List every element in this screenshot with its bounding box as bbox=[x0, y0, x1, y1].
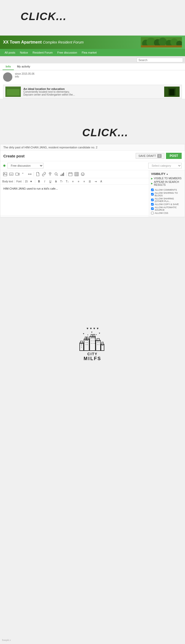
watermark: freepik.v bbox=[2, 639, 11, 641]
banner-desc: Conveniently located next to elementary,… bbox=[23, 90, 75, 96]
nav-free-discussion[interactable]: Free discussion bbox=[55, 50, 79, 55]
format-align-center[interactable]: ≡ bbox=[76, 179, 81, 184]
vis-arrow-2: ▶ bbox=[151, 182, 153, 185]
toolbar-image[interactable] bbox=[2, 171, 8, 177]
toolbar-link[interactable] bbox=[41, 171, 47, 177]
format-superscript[interactable]: T↑ bbox=[59, 179, 64, 184]
post-editor[interactable]: HIM-CHAN JANG used to run a kid's cafe..… bbox=[0, 185, 149, 216]
nav-resident-forum[interactable]: Resident Forum bbox=[31, 50, 55, 55]
svg-point-4 bbox=[159, 38, 167, 46]
heart-3: ♥ bbox=[93, 327, 95, 330]
font-size-display: 15 bbox=[25, 180, 28, 183]
tab-info[interactable]: Info bbox=[3, 63, 14, 70]
checkbox-blogs-input[interactable] bbox=[151, 193, 154, 196]
toolbar-gif[interactable]: GIF bbox=[8, 171, 14, 177]
svg-point-54 bbox=[81, 344, 82, 344]
format-list[interactable]: ☰ bbox=[88, 179, 92, 184]
checkbox-comments-input[interactable] bbox=[151, 189, 154, 191]
forum-section: XX Town Apartment Complex Resident Forum… bbox=[0, 36, 185, 99]
format-italic[interactable]: I bbox=[42, 179, 47, 184]
svg-rect-47 bbox=[90, 336, 95, 351]
format-align-left[interactable]: ≡ bbox=[71, 179, 75, 184]
svg-text:♥: ♥ bbox=[99, 332, 100, 334]
format-indent[interactable]: ⇥ bbox=[93, 179, 98, 184]
forum-search-input[interactable] bbox=[137, 58, 183, 62]
svg-point-66 bbox=[91, 341, 91, 341]
svg-rect-13 bbox=[169, 89, 174, 96]
banner-text: An ideal location for education Convenie… bbox=[23, 87, 75, 96]
checkbox-copy-save: ALLOW COPY & SAVE bbox=[151, 203, 183, 206]
svg-point-62 bbox=[87, 344, 88, 345]
select-category-dropdown[interactable]: Select category bbox=[148, 163, 182, 168]
svg-rect-27 bbox=[61, 175, 61, 176]
save-draft-button[interactable]: SAVE DRAFT 0 bbox=[136, 153, 165, 159]
format-sep-3 bbox=[35, 180, 35, 183]
svg-rect-29 bbox=[63, 173, 64, 176]
banner-thumbnail bbox=[5, 87, 21, 97]
checkbox-auto-input[interactable] bbox=[151, 207, 154, 210]
checkbox-copy-input[interactable] bbox=[151, 203, 154, 206]
svg-point-63 bbox=[91, 338, 91, 339]
nav-notice[interactable]: Notice bbox=[18, 50, 30, 55]
toolbar-video[interactable] bbox=[15, 171, 20, 177]
svg-point-75 bbox=[99, 344, 99, 345]
visibility-members: ▶ VISIBLE TO MEMBERS bbox=[151, 177, 183, 180]
svg-rect-53 bbox=[102, 342, 103, 345]
svg-rect-30 bbox=[69, 173, 72, 176]
svg-point-74 bbox=[97, 344, 98, 345]
svg-rect-50 bbox=[96, 340, 100, 351]
toolbar-divider[interactable] bbox=[27, 171, 33, 177]
create-post-title: Create post bbox=[3, 154, 25, 158]
format-sep-1 bbox=[15, 180, 15, 183]
post-header: Create post SAVE DRAFT 0 POST bbox=[0, 151, 185, 161]
logo-hearts: ♥ ♥ ♥ ♥ bbox=[87, 327, 99, 330]
forum-user-row: since 2015.05.06 info bbox=[0, 70, 185, 84]
checkbox-other-input[interactable] bbox=[151, 199, 154, 201]
toolbar-file[interactable] bbox=[35, 171, 41, 177]
toolbar-location[interactable] bbox=[47, 171, 53, 177]
svg-text:♥: ♥ bbox=[91, 331, 92, 333]
svg-rect-18 bbox=[16, 173, 18, 175]
logo-milfs-text: MILFS bbox=[84, 356, 101, 361]
font-size-down[interactable]: ▼ bbox=[29, 179, 33, 184]
toolbar-poll[interactable] bbox=[60, 171, 65, 177]
forum-logo: XX Town Apartment Complex Resident Forum bbox=[3, 40, 84, 45]
format-color[interactable]: A bbox=[99, 179, 104, 184]
svg-point-25 bbox=[55, 173, 57, 175]
category-dot bbox=[3, 165, 5, 167]
svg-point-59 bbox=[86, 342, 86, 343]
heart-2: ♥ bbox=[90, 327, 92, 330]
top-section: CLICK... bbox=[0, 0, 185, 30]
svg-point-70 bbox=[93, 343, 93, 344]
toolbar-search[interactable] bbox=[53, 171, 59, 177]
svg-point-69 bbox=[91, 343, 91, 344]
heart-1: ♥ bbox=[87, 327, 88, 330]
format-bold[interactable]: B bbox=[37, 179, 41, 184]
svg-rect-10 bbox=[7, 89, 20, 96]
logo-building-svg: ♥ ♥ ♥ ♥ ♥ bbox=[78, 331, 107, 352]
svg-point-58 bbox=[87, 340, 88, 341]
toolbar-sticker[interactable] bbox=[80, 171, 86, 177]
svg-text:": " bbox=[22, 172, 23, 176]
toolbar-schedule[interactable] bbox=[68, 171, 73, 177]
format-strikethrough[interactable]: S bbox=[54, 179, 58, 184]
category-dropdown[interactable]: Free discussion bbox=[7, 163, 43, 168]
toolbar-quote[interactable]: " bbox=[21, 171, 26, 177]
checkbox-css-input[interactable] bbox=[151, 212, 154, 214]
tab-my-activity[interactable]: My activity bbox=[14, 63, 33, 70]
toolbar-table[interactable] bbox=[74, 171, 79, 177]
svg-rect-28 bbox=[62, 174, 63, 176]
post-button[interactable]: POST bbox=[166, 153, 182, 159]
format-subscript[interactable]: T↓ bbox=[65, 179, 70, 184]
svg-point-41 bbox=[83, 174, 84, 174]
draft-count-badge: 0 bbox=[157, 154, 162, 158]
visibility-chevron: ▲ bbox=[166, 173, 168, 175]
svg-rect-51 bbox=[97, 338, 99, 341]
svg-rect-45 bbox=[85, 337, 86, 340]
bottom-section: ♥ ♥ ♥ ♥ bbox=[0, 217, 185, 372]
nav-flea-market[interactable]: Flea market bbox=[80, 50, 99, 55]
format-align-right[interactable]: ≡ bbox=[82, 179, 87, 184]
format-underline[interactable]: U bbox=[48, 179, 53, 184]
svg-point-23 bbox=[50, 173, 51, 174]
nav-all-posts[interactable]: All posts bbox=[3, 50, 17, 55]
